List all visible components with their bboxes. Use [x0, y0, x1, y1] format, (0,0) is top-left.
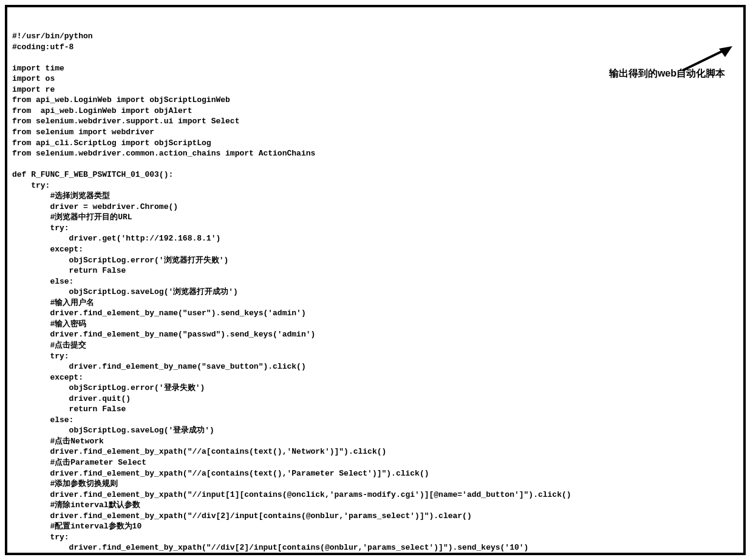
code-line: #选择浏览器类型 — [12, 191, 738, 202]
code-line: #添加参数切换规则 — [12, 479, 738, 490]
code-line: try: — [12, 180, 738, 191]
code-listing: #!/usr/bin/python#coding:utf-8 import ti… — [12, 31, 738, 555]
code-line: #点击Network — [12, 436, 738, 447]
code-line: from api_cli.ScriptLog import objScriptL… — [12, 138, 738, 149]
code-line: #配置interval参数为10 — [12, 521, 738, 532]
code-line: else: — [12, 276, 738, 287]
annotation-label: 输出得到的web自动化脚本 — [609, 67, 725, 80]
code-line: import re — [12, 84, 738, 95]
code-line: from selenium.webdriver.support.ui impor… — [12, 116, 738, 127]
code-line: objScriptLog.error('浏览器打开失败') — [12, 255, 738, 266]
code-line: objScriptLog.saveLog('登录成功') — [12, 425, 738, 436]
code-line: try: — [12, 223, 738, 234]
code-line: driver.find_element_by_xpath("//input[1]… — [12, 490, 738, 500]
code-line: return False — [12, 265, 738, 276]
code-line: from api_web.LoginWeb import objAlert — [12, 106, 738, 117]
code-line: #coding:utf-8 — [12, 42, 738, 53]
code-line: #清除interval默认参数 — [12, 500, 738, 511]
code-line: from selenium import webdriver — [12, 127, 738, 138]
code-line: except: — [12, 553, 738, 555]
code-line: driver.find_element_by_name("passwd").se… — [12, 329, 738, 340]
code-line: #浏览器中打开目的URL — [12, 212, 738, 223]
code-line: driver.find_element_by_name("user").send… — [12, 308, 738, 319]
code-line: def R_FUNC_F_WEB_PSWITCH_01_003(): — [12, 169, 738, 180]
code-line: try: — [12, 532, 738, 543]
code-line: #点击提交 — [12, 340, 738, 351]
code-line: #!/usr/bin/python — [12, 31, 738, 42]
code-line: try: — [12, 351, 738, 362]
code-line: return False — [12, 404, 738, 415]
code-line: driver.find_element_by_xpath("//a[contai… — [12, 468, 738, 479]
code-line: #点击Parameter Select — [12, 457, 738, 468]
code-line — [12, 52, 738, 63]
code-line: driver.quit() — [12, 394, 738, 405]
code-line: driver.get('http://192.168.8.1') — [12, 233, 738, 244]
code-line: #输入用户名 — [12, 298, 738, 309]
code-frame: #!/usr/bin/python#coding:utf-8 import ti… — [5, 5, 746, 555]
code-line: driver.find_element_by_xpath("//a[contai… — [12, 446, 738, 457]
code-line: driver.find_element_by_name("save_button… — [12, 361, 738, 372]
code-line: #输入密码 — [12, 319, 738, 330]
code-line: objScriptLog.error('登录失败') — [12, 383, 738, 394]
code-line: else: — [12, 415, 738, 426]
code-line: driver = webdriver.Chrome() — [12, 202, 738, 213]
code-line — [12, 159, 738, 170]
code-line: except: — [12, 372, 738, 383]
code-line: from selenium.webdriver.common.action_ch… — [12, 148, 738, 159]
code-line: driver.find_element_by_xpath("//div[2]/i… — [12, 542, 738, 553]
code-line: except: — [12, 244, 738, 255]
code-line: driver.find_element_by_xpath("//div[2]/i… — [12, 511, 738, 522]
code-line: objScriptLog.saveLog('浏览器打开成功') — [12, 287, 738, 298]
code-line: from api_web.LoginWeb import objScriptLo… — [12, 95, 738, 106]
